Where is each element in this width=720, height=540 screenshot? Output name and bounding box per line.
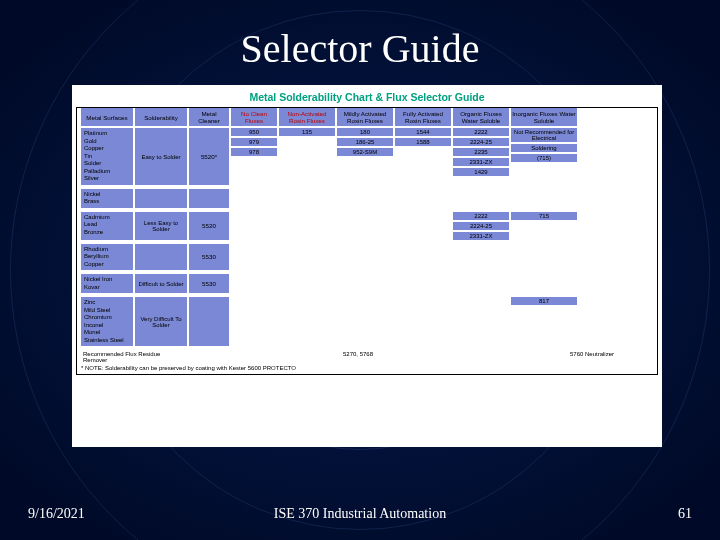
noclean-stack bbox=[231, 244, 277, 271]
flux-value: 979 bbox=[231, 138, 277, 146]
solderability-cell bbox=[135, 244, 187, 271]
nonact-stack bbox=[279, 274, 335, 293]
table-row: Rhodium Beryllium Copper5530 bbox=[77, 242, 657, 273]
inorganic-stack bbox=[511, 244, 577, 271]
organic-stack bbox=[453, 297, 509, 346]
flux-value: Not Recommended for Electrical bbox=[511, 128, 577, 142]
metals-cell: Cadmium Lead Bronze bbox=[81, 212, 133, 240]
table-row: Cadmium Lead BronzeLess Easy to Solder55… bbox=[77, 210, 657, 242]
noclean-stack bbox=[231, 297, 277, 346]
cleaner-cell: 5530 bbox=[189, 274, 229, 293]
metals-cell: Nickel Iron Kovar bbox=[81, 274, 133, 293]
table-row: Nickel Iron KovarDifficult to Solder5530 bbox=[77, 272, 657, 295]
flux-value: 817 bbox=[511, 297, 577, 305]
flux-value: 1544 bbox=[395, 128, 451, 136]
mild-stack bbox=[337, 189, 393, 208]
chart-title: Metal Solderability Chart & Flux Selecto… bbox=[72, 85, 662, 107]
hdr-cleaner: Metal Cleaner bbox=[189, 108, 229, 126]
hdr-inorganic: Inorganic Fluxes Water Soluble bbox=[511, 108, 577, 126]
solderability-cell: Easy to Solder bbox=[135, 128, 187, 185]
noclean-stack bbox=[231, 189, 277, 208]
solderability-cell: Less Easy to Solder bbox=[135, 212, 187, 240]
organic-stack bbox=[453, 274, 509, 293]
flux-value: 978 bbox=[231, 148, 277, 156]
mild-stack bbox=[337, 244, 393, 271]
metals-cell: Platinum Gold Copper Tin Solder Palladiu… bbox=[81, 128, 133, 185]
footer-course: ISE 370 Industrial Automation bbox=[0, 506, 720, 522]
metals-cell: Nickel Brass bbox=[81, 189, 133, 208]
noclean-stack bbox=[231, 212, 277, 240]
flux-value: 2222 bbox=[453, 128, 509, 136]
flux-value: Soldering bbox=[511, 144, 577, 152]
flux-value: 1588 bbox=[395, 138, 451, 146]
mild-stack bbox=[337, 297, 393, 346]
hdr-non-activated: Non-Activated Rosin Fluxes bbox=[279, 108, 335, 126]
full-stack bbox=[395, 274, 451, 293]
flux-value: 2222 bbox=[453, 212, 509, 220]
flux-value: 715 bbox=[511, 212, 577, 220]
flux-value: 2235 bbox=[453, 148, 509, 156]
chart-footer-row: Recommended Flux Residue Remover 5270, 5… bbox=[77, 348, 657, 364]
table-row: Zinc Mild Steel Chromium Inconel Monel S… bbox=[77, 295, 657, 348]
cleaner-cell bbox=[189, 297, 229, 346]
inorganic-stack: 817 bbox=[511, 297, 577, 346]
organic-stack bbox=[453, 189, 509, 208]
inorganic-stack bbox=[511, 189, 577, 208]
table-row: Platinum Gold Copper Tin Solder Palladiu… bbox=[77, 126, 657, 187]
cleaner-cell bbox=[189, 189, 229, 208]
slide-footer: 9/16/2021 ISE 370 Industrial Automation … bbox=[0, 506, 720, 522]
solderability-cell bbox=[135, 189, 187, 208]
full-stack: 15441588 bbox=[395, 128, 451, 185]
inorganic-stack: 715 bbox=[511, 212, 577, 240]
solderability-cell: Very Difficult To Solder bbox=[135, 297, 187, 346]
slide-title: Selector Guide bbox=[0, 0, 720, 72]
organic-stack bbox=[453, 244, 509, 271]
flux-value: 186-25 bbox=[337, 138, 393, 146]
full-stack bbox=[395, 244, 451, 271]
mild-stack bbox=[337, 274, 393, 293]
flux-value: 1429 bbox=[453, 168, 509, 176]
organic-stack: 22222224-252331-ZX bbox=[453, 212, 509, 240]
inorganic-stack: Not Recommended for ElectricalSoldering(… bbox=[511, 128, 577, 185]
mild-stack: 180186-25952-S9M bbox=[337, 128, 393, 185]
hdr-solderability: Solderability bbox=[135, 108, 187, 126]
full-stack bbox=[395, 212, 451, 240]
noclean-stack bbox=[231, 274, 277, 293]
nonact-stack bbox=[279, 297, 335, 346]
flux-value: 952-S9M bbox=[337, 148, 393, 156]
nonact-stack: 135 bbox=[279, 128, 335, 185]
flux-value: 2331-ZX bbox=[453, 158, 509, 166]
metals-cell: Zinc Mild Steel Chromium Inconel Monel S… bbox=[81, 297, 133, 346]
footer-mid: 5270, 5768 bbox=[187, 350, 529, 364]
chart-header-row: Metal Surfaces Solderability Metal Clean… bbox=[77, 108, 657, 126]
flux-value: 135 bbox=[279, 128, 335, 136]
hdr-no-clean: No Clean Fluxes bbox=[231, 108, 277, 126]
noclean-stack: 950979978 bbox=[231, 128, 277, 185]
cleaner-cell: 5530 bbox=[189, 244, 229, 271]
inorganic-stack bbox=[511, 274, 577, 293]
table-row: Nickel Brass bbox=[77, 187, 657, 210]
metals-cell: Rhodium Beryllium Copper bbox=[81, 244, 133, 271]
flux-value: 2224-25 bbox=[453, 222, 509, 230]
solderability-chart: Metal Solderability Chart & Flux Selecto… bbox=[72, 85, 662, 447]
hdr-mildly-activated: Mildly Activated Rosin Fluxes bbox=[337, 108, 393, 126]
nonact-stack bbox=[279, 244, 335, 271]
solderability-cell: Difficult to Solder bbox=[135, 274, 187, 293]
nonact-stack bbox=[279, 212, 335, 240]
hdr-organic: Organic Fluxes Water Soluble bbox=[453, 108, 509, 126]
mild-stack bbox=[337, 212, 393, 240]
flux-value: 950 bbox=[231, 128, 277, 136]
nonact-stack bbox=[279, 189, 335, 208]
full-stack bbox=[395, 189, 451, 208]
cleaner-cell: 5520* bbox=[189, 128, 229, 185]
cleaner-cell: 5520 bbox=[189, 212, 229, 240]
chart-note: * NOTE: Solderability can be preserved b… bbox=[77, 364, 657, 374]
flux-value: 2331-ZX bbox=[453, 232, 509, 240]
flux-value: 180 bbox=[337, 128, 393, 136]
hdr-fully-activated: Fully Activated Rosin Fluxes bbox=[395, 108, 451, 126]
organic-stack: 22222224-2522352331-ZX1429 bbox=[453, 128, 509, 185]
flux-value: 2224-25 bbox=[453, 138, 509, 146]
hdr-metal-surfaces: Metal Surfaces bbox=[81, 108, 133, 126]
footer-right: 5760 Neutralizer bbox=[531, 350, 653, 364]
full-stack bbox=[395, 297, 451, 346]
